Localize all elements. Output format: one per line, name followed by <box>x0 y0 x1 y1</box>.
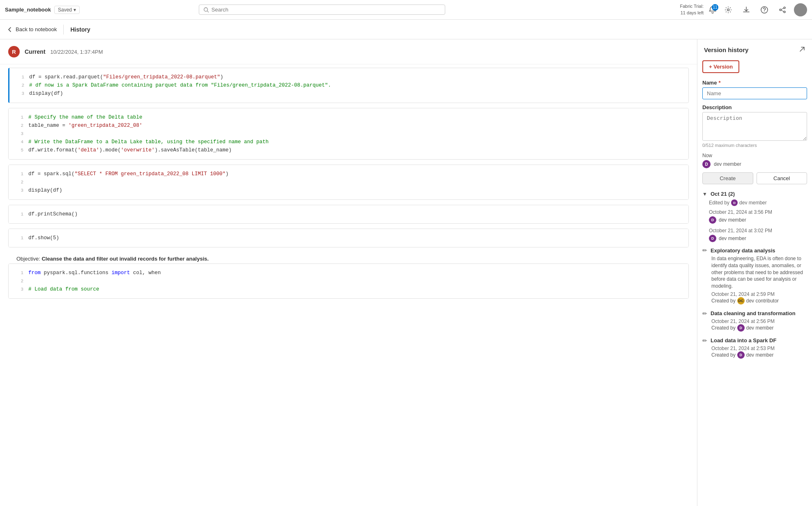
version-panel-title: Version history <box>704 46 748 53</box>
edited-by-user: dev member <box>739 200 767 206</box>
chevron-down-icon[interactable]: ▼ <box>702 191 707 197</box>
svg-point-4 <box>764 11 765 12</box>
version-entry-1: October 21, 2024 at 3:02 PM D dev member <box>702 228 807 242</box>
objective-content: Cleanse the data and filter out invalid … <box>41 256 209 262</box>
version-group-label: Oct 21 (2) <box>711 191 735 197</box>
code-cell-6: 1from pyspark.sql.functions import col, … <box>8 263 689 299</box>
code-content-5: 1df.show(5) <box>9 229 688 247</box>
back-label: Back to notebook <box>16 26 57 32</box>
code-cell-1: 1df = spark.read.parquet("Files/green_tr… <box>8 68 689 103</box>
notification-badge: 11 <box>712 4 718 11</box>
named-version-eda-header: ✏ Exploratory data analysis <box>702 247 807 254</box>
code-content-6: 1from pyspark.sql.functions import col, … <box>9 264 688 298</box>
back-arrow-icon <box>7 26 13 33</box>
notification-button[interactable]: 11 <box>708 6 717 14</box>
code-cell-3: 1df = spark.sql("SELECT * FROM green_tri… <box>8 165 689 200</box>
load-member-avatar: D <box>737 351 745 359</box>
version-panel-header: Version history <box>697 39 812 57</box>
dev-member-avatar: D <box>702 160 711 168</box>
current-version-header: R Current 10/22/2024, 1:37:4PM <box>0 39 697 64</box>
description-form: Description 0/512 maximum characters <box>702 104 807 148</box>
named-version-load-date: October 21, 2024 at 2:53 PM <box>711 346 807 351</box>
expand-panel-button[interactable] <box>799 46 805 54</box>
version-user-label-1: dev member <box>719 236 746 241</box>
named-version-load-creator: Created by D dev member <box>711 351 807 359</box>
named-version-eda-creator: Created by DC dev contributor <box>711 297 807 305</box>
chevron-down-icon: ▾ <box>74 7 76 13</box>
contributor-avatar: DC <box>737 297 745 305</box>
objective-prefix: Objective: <box>16 256 41 262</box>
name-input[interactable] <box>702 87 807 99</box>
description-textarea[interactable] <box>702 112 807 141</box>
pencil-icon-cleaning: ✏ <box>702 310 707 317</box>
search-input[interactable] <box>212 7 441 13</box>
named-version-eda: ✏ Exploratory data analysis In data engi… <box>702 247 807 305</box>
code-cell-4: 1df.printSchema() <box>8 205 689 224</box>
saved-label: Saved <box>58 7 72 13</box>
share-button[interactable] <box>776 3 789 16</box>
history-button[interactable]: History <box>70 26 90 33</box>
code-content-2: 1# Specify the name of the Delta table 2… <box>9 108 688 159</box>
named-version-cleaning-header: ✏ Data cleaning and transformation <box>702 310 807 317</box>
named-version-eda-date: October 21, 2024 at 2:59 PM <box>711 291 807 297</box>
code-content-4: 1df.printSchema() <box>9 205 688 223</box>
named-version-cleaning-title[interactable]: Data cleaning and transformation <box>711 310 796 316</box>
code-cell-5: 1df.show(5) <box>8 229 689 247</box>
version-entry-0: October 21, 2024 at 3:56 PM D dev member <box>702 209 807 224</box>
main-container: R Current 10/22/2024, 1:37:4PM 1df = spa… <box>0 39 812 506</box>
objective-text: Objective: Cleanse the data and filter o… <box>8 252 689 263</box>
dev-member-label: dev member <box>714 161 741 167</box>
fabric-trial: Fabric Trial: 11 days left <box>680 3 704 16</box>
named-version-eda-title[interactable]: Exploratory data analysis <box>711 247 775 254</box>
named-version-load: ✏ Load data into a Spark DF October 21, … <box>702 337 807 359</box>
cells-container: 1df = spark.read.parquet("Files/green_tr… <box>0 64 697 307</box>
version-date-1: October 21, 2024 at 3:02 PM <box>709 228 807 234</box>
saved-status[interactable]: Saved ▾ <box>54 6 80 14</box>
name-form-label: Name * <box>702 80 807 86</box>
edited-by-label: Edited by <box>709 200 729 206</box>
cancel-button[interactable]: Cancel <box>757 172 807 184</box>
description-form-label: Description <box>702 104 807 110</box>
named-version-load-title[interactable]: Load data into a Spark DF <box>711 337 776 343</box>
svg-point-2 <box>727 9 729 11</box>
subheader-divider <box>63 25 64 34</box>
char-count: 0/512 maximum characters <box>702 143 807 148</box>
current-label: Current <box>25 48 46 55</box>
current-user-row: D dev member <box>702 160 807 168</box>
help-button[interactable] <box>758 3 771 16</box>
svg-point-5 <box>784 7 785 9</box>
notebook-area: R Current 10/22/2024, 1:37:4PM 1df = spa… <box>0 39 697 506</box>
edited-by-avatar: D <box>731 199 738 206</box>
download-button[interactable] <box>740 3 753 16</box>
notebook-title: Sample_notebook <box>5 7 51 13</box>
version-group-oct21-header: ▼ Oct 21 (2) <box>702 191 807 197</box>
named-version-cleaning-creator: Created by D dev member <box>711 324 807 332</box>
create-button[interactable]: Create <box>702 172 753 184</box>
topbar: Sample_notebook Saved ▾ Fabric Trial: 11… <box>0 0 812 20</box>
version-user-avatar-1: D <box>709 235 716 242</box>
svg-line-9 <box>781 10 784 11</box>
form-buttons: Create Cancel <box>702 172 807 184</box>
version-history-panel: Version history + Version Name * Descrip… <box>697 39 812 506</box>
settings-button[interactable] <box>722 3 735 16</box>
named-version-cleaning: ✏ Data cleaning and transformation Octob… <box>702 310 807 332</box>
required-indicator: * <box>718 80 720 86</box>
code-cell-2: 1# Specify the name of the Delta table 2… <box>8 108 689 160</box>
named-version-cleaning-date: October 21, 2024 at 2:56 PM <box>711 318 807 324</box>
user-avatar[interactable] <box>794 3 807 16</box>
settings-icon <box>725 6 732 14</box>
current-date: 10/22/2024, 1:37:4PM <box>51 49 103 55</box>
version-date-0: October 21, 2024 at 3:56 PM <box>709 209 807 215</box>
version-user-row-0: D dev member <box>709 216 807 224</box>
named-version-eda-desc: In data engineering, EDA is often done t… <box>711 255 807 290</box>
version-group-oct21: ▼ Oct 21 (2) Edited by D dev member Octo… <box>702 191 807 242</box>
back-to-notebook-button[interactable]: Back to notebook <box>7 26 57 33</box>
add-version-button[interactable]: + Version <box>702 60 739 73</box>
version-user-label-0: dev member <box>719 217 746 223</box>
named-version-load-header: ✏ Load data into a Spark DF <box>702 337 807 344</box>
subheader: Back to notebook History <box>0 20 812 39</box>
svg-point-7 <box>784 11 785 13</box>
name-form: Name * <box>702 80 807 99</box>
svg-line-8 <box>781 8 784 9</box>
search-icon <box>203 7 209 13</box>
